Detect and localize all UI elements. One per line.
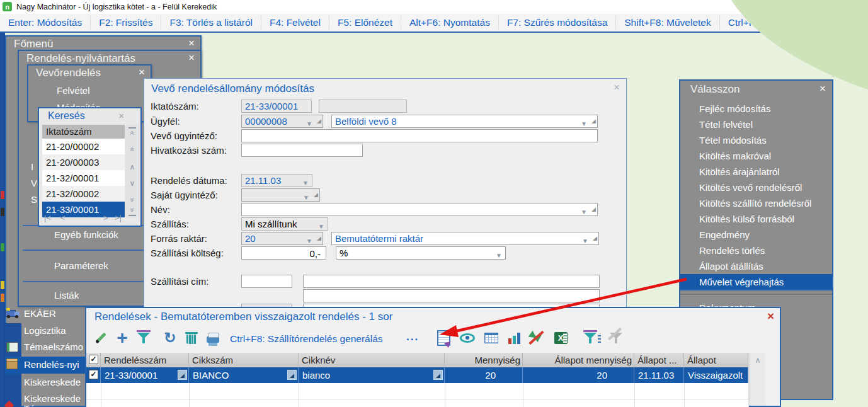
action-kitoltes-szallito-rendelesrol[interactable]: Kitöltés szállító rendelésről <box>699 195 811 211</box>
menu-item-egyeb-funkciok[interactable]: Egyéb funkciók <box>54 229 118 240</box>
nav-prev-icon[interactable]: < <box>60 213 66 222</box>
scroll-double-down-icon[interactable]: » <box>125 195 139 204</box>
scroll-double-up-icon[interactable]: « <box>125 145 139 154</box>
chevron-down-icon[interactable]: ▼ <box>302 177 309 189</box>
close-icon[interactable]: × <box>118 110 124 121</box>
clear-filter-button[interactable] <box>605 327 627 348</box>
rendeles-datuma-combo[interactable]: 21.11.03 ▼ <box>241 174 312 187</box>
chevron-down-icon[interactable]: ▼ <box>303 192 309 203</box>
sidebar-item-clipped[interactable]: Té <box>24 403 35 407</box>
chevron-down-icon[interactable]: ▼ <box>306 235 312 247</box>
sajat-ugyintezo-combo[interactable]: ▼ ◢ <box>241 188 320 202</box>
action-rendeles-torles[interactable]: Rendelés törlés <box>699 243 765 258</box>
ugyfel-name-combo[interactable]: Belföldi vevő 8 ▼ ◢ <box>331 115 598 128</box>
hivatkozasi-szam-field[interactable] <box>241 144 363 157</box>
cell-cikknev[interactable]: bianco◢ <box>299 367 445 383</box>
menu-f5-elonezet[interactable]: F5: Előnézet <box>329 16 401 30</box>
szallitasi-cim-field-1[interactable] <box>303 275 600 288</box>
grid-view-button[interactable] <box>481 327 502 348</box>
checkbox-checked-icon[interactable]: ✓ <box>89 370 98 379</box>
table-empty-rows[interactable] <box>86 383 748 407</box>
col-cikknev[interactable]: Cikknév <box>299 353 445 367</box>
iktatoszam-field[interactable]: 21-33/00001 <box>241 100 312 113</box>
chevron-down-icon[interactable]: ▼ <box>582 235 588 247</box>
chevron-down-icon[interactable]: ▼ <box>306 118 312 130</box>
szallitasi-cim-zip-field[interactable] <box>241 275 292 288</box>
close-icon[interactable]: × <box>614 81 620 94</box>
nav-next-icon[interactable]: > <box>103 213 108 222</box>
nav-last-icon[interactable]: >| <box>115 213 122 222</box>
filter-list-button[interactable] <box>581 327 603 348</box>
resize-corner-icon[interactable]: ◢ <box>314 189 318 201</box>
table-row-selected[interactable]: ✓ 21-33/00001◢ BIANCO◢ bianco◢ 20 20 21.… <box>86 367 748 383</box>
refresh-button[interactable]: ↻ <box>159 327 181 348</box>
menu-shiftf8-muveletek[interactable]: Shift+F8: Műveletek <box>616 16 719 30</box>
chevron-down-icon[interactable]: ▼ <box>581 118 587 130</box>
resize-corner-icon[interactable]: ◢ <box>591 115 596 127</box>
resize-corner-icon[interactable]: ◢ <box>591 203 596 215</box>
chevron-down-icon[interactable]: ▼ <box>318 221 324 232</box>
chart-button[interactable] <box>503 327 525 348</box>
close-icon[interactable]: × <box>139 66 145 79</box>
col-cikkszam[interactable]: Cikkszám <box>189 353 299 367</box>
action-kitoltes-arajanlatrol[interactable]: Kitöltés árajánlatról <box>699 164 780 180</box>
action-kitoltes-makroval[interactable]: Kitöltés makróval <box>699 148 771 164</box>
cell-cikkszam[interactable]: BIANCO◢ <box>189 367 299 383</box>
resize-corner-icon[interactable]: ◢ <box>317 232 321 244</box>
nav-first-icon[interactable]: |< <box>44 213 51 222</box>
action-fejlec-modositas[interactable]: Fejléc módosítás <box>699 101 770 117</box>
sidebar-item-temaelszamolas[interactable]: Témaelszámo <box>24 341 83 352</box>
kereses-list-item[interactable]: 21-20/00003 <box>42 154 125 170</box>
resize-corner-icon[interactable]: ◢ <box>317 115 321 127</box>
cell-allapot-datum[interactable]: 21.11.03 <box>634 367 684 383</box>
forras-raktar-name-combo[interactable]: Bemutatótermi raktár ▼ ◢ <box>331 232 599 245</box>
chevron-down-icon[interactable]: ▼ <box>581 206 587 218</box>
cell-allapot[interactable]: Visszaigazolt <box>684 367 748 383</box>
select-all-cell[interactable]: ✓ <box>86 353 101 367</box>
kereses-column-header[interactable]: Iktatószám <box>42 125 125 139</box>
delete-button[interactable] <box>181 327 202 348</box>
col-allapot-datum[interactable]: Állapot ... <box>634 353 684 367</box>
menu-item-listak[interactable]: Listák <box>54 290 79 301</box>
cell-corner-icon[interactable]: ◢ <box>433 370 443 380</box>
action-kitoltes-kulso-forrasbol[interactable]: Kitöltés külső forrásból <box>699 211 794 227</box>
nev-combo[interactable]: ▼ ◢ <box>241 203 598 216</box>
forras-raktar-code-combo[interactable]: 20 ▼ ◢ <box>241 232 323 245</box>
menu-item-parameterek[interactable]: Paraméterek <box>54 260 108 271</box>
generate-supplier-order-button[interactable]: Ctrl+F8: Szállítórendelés generálás <box>230 333 383 345</box>
kereses-list-item[interactable]: 21-32/00001 <box>42 170 125 186</box>
action-engedmeny[interactable]: Engedmény <box>699 227 750 243</box>
kereses-list-item[interactable]: 21-20/00002 <box>42 139 125 154</box>
resize-corner-icon[interactable]: ◢ <box>593 232 597 244</box>
row-select-cell[interactable]: ✓ <box>86 367 101 383</box>
unpin-button[interactable] <box>526 327 547 348</box>
menu-f3-torles[interactable]: F3: Törlés a listáról <box>161 16 261 30</box>
preview-button[interactable] <box>457 327 478 348</box>
kereses-list-item[interactable]: 21-32/00002 <box>42 186 125 202</box>
menu-enter-modositas[interactable]: Enter: Módosítás <box>0 16 91 30</box>
close-icon[interactable]: × <box>767 309 774 323</box>
sidebar-item-logisztika[interactable]: Logisztika <box>24 325 66 336</box>
cell-mennyiseg[interactable]: 20 <box>445 367 523 383</box>
szallitasi-koltseg-unit-combo[interactable]: % ▼ <box>336 246 506 260</box>
sidebar-item-rendeles-nyilvantartas[interactable]: Rendelés-nyi <box>24 359 79 370</box>
sidebar-item-kiskereskedelem-1[interactable]: Kiskereskede <box>24 377 81 387</box>
add-button[interactable]: + <box>111 327 133 348</box>
scroll-up-icon[interactable]: ∧ <box>750 355 765 365</box>
szallitasi-cim-field-2[interactable] <box>303 289 600 302</box>
cell-corner-icon[interactable]: ◢ <box>178 370 187 380</box>
close-icon[interactable]: × <box>188 52 195 64</box>
szallitasi-koltseg-field[interactable]: 0,- <box>241 246 326 260</box>
kereses-list-item-selected[interactable]: 21-33/00001 <box>42 202 125 217</box>
action-tetel-felvetel[interactable]: Tétel felvétel <box>699 117 753 132</box>
scroll-bottom-icon[interactable]: » <box>125 205 139 214</box>
filter-button[interactable] <box>133 327 154 348</box>
cell-corner-icon[interactable]: ◢ <box>287 370 297 380</box>
checkbox-checked-icon[interactable]: ✓ <box>89 355 98 364</box>
edit-button[interactable] <box>90 327 111 348</box>
menu-f7-szures[interactable]: F7: Szűrés módosítása <box>499 16 616 30</box>
more-actions-button[interactable]: ... <box>406 331 419 343</box>
col-allapot[interactable]: Állapot <box>684 353 748 367</box>
vevo-ugyintezo-field[interactable] <box>241 129 598 142</box>
col-mennyiseg[interactable]: Mennyiség <box>445 353 523 367</box>
